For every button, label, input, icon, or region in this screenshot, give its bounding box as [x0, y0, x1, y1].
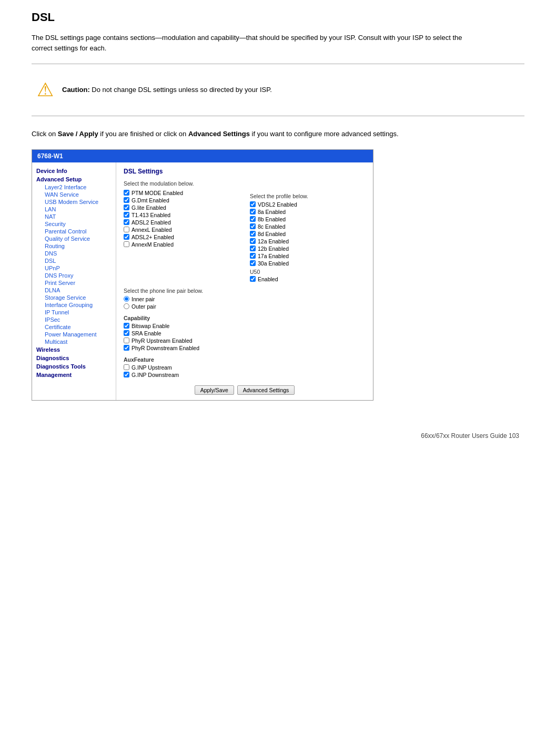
- chk-8c-input[interactable]: [250, 223, 256, 229]
- chk-ginp-upstream[interactable]: G.INP Upstream: [124, 364, 366, 371]
- chk-ptm[interactable]: PTM MODE Enabled: [124, 190, 239, 196]
- sidebar-sub-igroup[interactable]: Interface Grouping: [32, 301, 116, 309]
- chk-17a-input[interactable]: [250, 253, 256, 259]
- chk-30a-input[interactable]: [250, 260, 256, 266]
- modulation-label: Select the modulation below.: [124, 180, 366, 187]
- sidebar-sub-nat[interactable]: NAT: [32, 213, 116, 220]
- sidebar-item-diag-tools[interactable]: Diagnostics Tools: [32, 362, 116, 371]
- sidebar-item-device-info[interactable]: Device Info: [32, 167, 116, 175]
- sidebar-sub-storage[interactable]: Storage Service: [32, 294, 116, 301]
- chk-8d[interactable]: 8d Enabled: [250, 231, 366, 237]
- caution-text: Caution: Do not change DSL settings unle…: [62, 85, 272, 95]
- chk-17a[interactable]: 17a Enabled: [250, 253, 366, 259]
- sidebar-sub-printserver[interactable]: Print Server: [32, 279, 116, 287]
- chk-u50-input[interactable]: [250, 276, 256, 282]
- chk-t1413[interactable]: T1.413 Enabled: [124, 212, 239, 218]
- sidebar-sub-security[interactable]: Security: [32, 220, 116, 228]
- chk-8c[interactable]: 8c Enabled: [250, 223, 366, 230]
- sidebar-sub-parental[interactable]: Parental Control: [32, 228, 116, 235]
- chk-12b-label: 12b Enabled: [258, 246, 289, 252]
- chk-vdsl2-label: VDSL2 Enabled: [258, 201, 297, 208]
- chk-annexm[interactable]: AnnexM Enabled: [124, 241, 239, 248]
- sidebar-item-wireless[interactable]: Wireless: [32, 345, 116, 354]
- chk-phyr-downstream-input[interactable]: [124, 345, 129, 351]
- sidebar-item-diagnostics[interactable]: Diagnostics: [32, 354, 116, 362]
- sidebar-item-advanced-setup[interactable]: Advanced Setup: [32, 175, 116, 183]
- chk-adsl2plus[interactable]: ADSL2+ Enabled: [124, 234, 239, 240]
- chk-gdmt[interactable]: G.Dmt Enabled: [124, 197, 239, 203]
- sidebar-sub-layer2[interactable]: Layer2 Interface: [32, 183, 116, 191]
- chk-bitswap-input[interactable]: [124, 323, 129, 329]
- sidebar-sub-multicast[interactable]: Multicast: [32, 338, 116, 345]
- phone-line-label: Select the phone line pair below.: [124, 288, 366, 294]
- chk-sra-input[interactable]: [124, 330, 129, 336]
- chk-bitswap[interactable]: Bitswap Enable: [124, 323, 366, 329]
- sidebar-sub-iptunnel[interactable]: IP Tunnel: [32, 309, 116, 316]
- chk-30a[interactable]: 30a Enabled: [250, 260, 366, 267]
- chk-12a-input[interactable]: [250, 238, 256, 244]
- sidebar-sub-routing[interactable]: Routing: [32, 242, 116, 250]
- chk-vdsl2[interactable]: VDSL2 Enabled: [250, 201, 366, 208]
- caution-box: ⚠ Caution: Do not change DSL settings un…: [32, 69, 524, 110]
- sidebar-sub-cert[interactable]: Certificate: [32, 323, 116, 331]
- radio-inner-input[interactable]: [124, 296, 129, 302]
- chk-sra-label: SRA Enable: [132, 330, 161, 336]
- sidebar-sub-upnp[interactable]: UPnP: [32, 264, 116, 272]
- chk-8b-input[interactable]: [250, 216, 256, 222]
- chk-8a-label: 8a Enabled: [258, 209, 286, 215]
- chk-adsl2plus-input[interactable]: [124, 234, 129, 240]
- instruction-text: Click on Save / Apply if you are finishe…: [32, 129, 479, 140]
- advanced-settings-button[interactable]: Advanced Settings: [237, 385, 295, 395]
- chk-phyr-upstream-input[interactable]: [124, 338, 129, 343]
- chk-8a[interactable]: 8a Enabled: [250, 209, 366, 215]
- sidebar-item-management[interactable]: Management: [32, 371, 116, 379]
- chk-8b[interactable]: 8b Enabled: [250, 216, 366, 222]
- chk-annexm-input[interactable]: [124, 241, 129, 247]
- radio-outer-pair[interactable]: Outer pair: [124, 303, 366, 310]
- router-main-content: DSL Settings Select the modulation below…: [116, 162, 373, 400]
- chk-phyr-upstream-label: PhyR Upstream Enabled: [132, 338, 193, 344]
- chk-adsl2plus-label: ADSL2+ Enabled: [132, 234, 174, 240]
- router-titlebar: 6768-W1: [32, 150, 373, 162]
- chk-phyr-downstream[interactable]: PhyR Downstream Enabled: [124, 345, 366, 351]
- chk-vdsl2-input[interactable]: [250, 201, 256, 207]
- sidebar-sub-usb[interactable]: USB Modem Service: [32, 198, 116, 206]
- chk-12b[interactable]: 12b Enabled: [250, 246, 366, 252]
- chk-bitswap-label: Bitswap Enable: [132, 323, 169, 329]
- chk-t1413-input[interactable]: [124, 212, 129, 218]
- chk-annexl-input[interactable]: [124, 227, 129, 232]
- chk-annexl[interactable]: AnnexL Enabled: [124, 227, 239, 233]
- chk-glite[interactable]: G.lite Enabled: [124, 205, 239, 211]
- apply-save-button[interactable]: Apply/Save: [195, 385, 234, 395]
- chk-ptm-input[interactable]: [124, 190, 129, 196]
- chk-gdmt-input[interactable]: [124, 197, 129, 203]
- sidebar-sub-power[interactable]: Power Management: [32, 331, 116, 338]
- chk-12a[interactable]: 12a Enabled: [250, 238, 366, 244]
- chk-ginp-downstream-input[interactable]: [124, 372, 129, 377]
- chk-8d-input[interactable]: [250, 231, 256, 237]
- sidebar-sub-dnsproxy[interactable]: DNS Proxy: [32, 272, 116, 279]
- chk-sra[interactable]: SRA Enable: [124, 330, 366, 336]
- sidebar-sub-qos[interactable]: Quality of Service: [32, 235, 116, 242]
- chk-12b-input[interactable]: [250, 246, 256, 251]
- aux-section: AuxFeature G.INP Upstream G.INP Downstre…: [124, 356, 366, 378]
- chk-ginp-downstream[interactable]: G.INP Downstream: [124, 372, 366, 378]
- chk-u50-enabled-label: Enabled: [258, 276, 278, 282]
- sidebar-sub-dlna[interactable]: DLNA: [32, 287, 116, 294]
- chk-u50-enabled[interactable]: Enabled: [250, 276, 366, 282]
- chk-adsl2-input[interactable]: [124, 219, 129, 225]
- radio-inner-pair[interactable]: Inner pair: [124, 296, 366, 302]
- sidebar-sub-ipsec[interactable]: IPSec: [32, 316, 116, 323]
- sidebar-sub-lan[interactable]: LAN: [32, 206, 116, 213]
- chk-adsl2[interactable]: ADSL2 Enabled: [124, 219, 239, 226]
- chk-8a-input[interactable]: [250, 209, 256, 214]
- sidebar-sub-dsl[interactable]: DSL: [32, 257, 116, 264]
- sidebar-sub-dns[interactable]: DNS: [32, 250, 116, 257]
- divider-top: [32, 64, 524, 64]
- radio-outer-input[interactable]: [124, 303, 129, 309]
- sidebar-sub-wan[interactable]: WAN Service: [32, 191, 116, 198]
- chk-ginp-upstream-input[interactable]: [124, 364, 129, 370]
- chk-phyr-upstream[interactable]: PhyR Upstream Enabled: [124, 338, 366, 344]
- chk-glite-input[interactable]: [124, 205, 129, 210]
- chk-t1413-label: T1.413 Enabled: [132, 212, 170, 218]
